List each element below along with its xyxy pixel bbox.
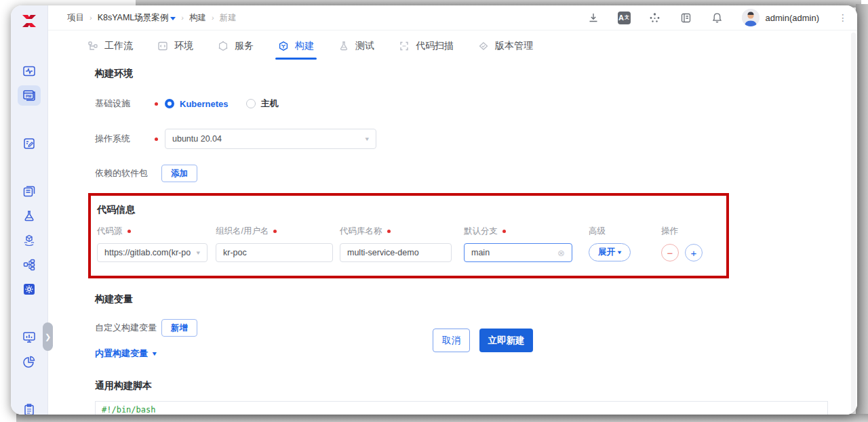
os-row: 操作系统 ubuntu 20.04 ▾ <box>95 129 857 149</box>
form-footer: 取消 立即新建 <box>433 329 533 352</box>
kebab-menu-icon[interactable]: ⋮ <box>837 12 849 23</box>
org-input[interactable]: kr-poc <box>216 243 333 262</box>
code-source-value: https://gitlab.com(kr-po <box>104 248 191 257</box>
user-avatar <box>742 9 760 26</box>
code-source-column: 代码源 https://gitlab.com(kr-po ▾ <box>97 226 208 262</box>
download-icon[interactable] <box>587 11 600 24</box>
branch-column: 默认分支 ⊗ <box>464 226 572 262</box>
sidebar-item-apps[interactable] <box>18 182 41 202</box>
user-menu[interactable]: admin(admin) <box>742 9 819 26</box>
tab-label: 环境 <box>174 40 193 52</box>
sidebar-item-statistics[interactable] <box>18 352 41 372</box>
advanced-label: 高级 <box>589 226 606 237</box>
topology-icon <box>22 258 36 272</box>
workflow-icon <box>87 41 98 51</box>
tab-label: 测试 <box>355 40 374 52</box>
custom-var-label: 自定义构建变量 <box>95 322 160 334</box>
bell-icon[interactable] <box>711 11 724 24</box>
tab-service[interactable]: 服务 <box>218 30 254 61</box>
sidebar-item-test-center[interactable] <box>18 206 41 226</box>
breadcrumb-project[interactable]: K8sYAML场景案例 <box>98 12 176 24</box>
script-editor[interactable]: #!/bin/bash set -e <box>95 401 828 415</box>
code-source-label: 代码源 <box>97 226 123 237</box>
code-source-select[interactable]: https://gitlab.com(kr-po ▾ <box>97 243 208 262</box>
sidebar: PM <box>11 5 48 415</box>
chevron-down-icon: ▾ <box>618 249 621 255</box>
add-variable-button[interactable]: 新增 <box>161 319 197 337</box>
branch-label: 默认分支 <box>464 226 498 237</box>
minus-circle-icon[interactable]: − <box>661 244 679 261</box>
sidebar-collapse-handle[interactable]: ❯ <box>43 322 53 351</box>
package-delivery-icon <box>22 234 36 247</box>
tab-environment[interactable]: 环境 <box>157 30 193 61</box>
radio-kubernetes-label: Kubernetes <box>180 99 229 109</box>
edit-document-icon <box>22 137 36 150</box>
breadcrumb-projects[interactable]: 项目 <box>67 12 84 24</box>
sidebar-item-audit[interactable] <box>18 400 41 415</box>
expand-advanced-button[interactable]: 展开 ▾ <box>589 243 631 261</box>
sidebar-item-insight[interactable] <box>18 327 41 347</box>
vertical-scrollbar[interactable] <box>851 33 856 412</box>
section-heading-build-env: 构建环境 <box>95 68 857 80</box>
sidebar-item-resources[interactable] <box>18 255 41 275</box>
section-heading-build-vars: 构建变量 <box>95 293 857 305</box>
project-pm-icon: PM <box>22 89 36 102</box>
desktop-background-bottom <box>16 414 868 422</box>
infrastructure-label: 基础设施 <box>95 98 153 110</box>
tab-build[interactable]: 构建 <box>278 30 314 61</box>
koderover-x-logo[interactable] <box>21 14 37 28</box>
settings-gear-icon <box>22 282 36 296</box>
cancel-button[interactable]: 取消 <box>433 329 470 352</box>
tab-test[interactable]: 测试 <box>338 30 374 61</box>
radio-selected-icon <box>165 99 174 108</box>
chevron-down-icon <box>170 17 176 20</box>
environment-icon <box>157 41 168 51</box>
radio-host[interactable]: 主机 <box>246 98 279 110</box>
os-label: 操作系统 <box>95 133 153 145</box>
top-bar: 项目 › K8sYAML场景案例 › 构建 › 新建 A文 <box>48 5 857 30</box>
sidebar-item-settings[interactable] <box>18 279 41 299</box>
tab-code-scan[interactable]: 代码扫描 <box>399 30 454 61</box>
tab-workflow[interactable]: 工作流 <box>87 30 133 61</box>
sidebar-item-delivery[interactable] <box>18 230 41 251</box>
plus-circle-icon[interactable]: + <box>685 244 703 261</box>
tab-label: 版本管理 <box>495 40 533 52</box>
radio-host-label: 主机 <box>261 98 279 110</box>
sidebar-item-edit[interactable] <box>18 133 41 154</box>
radio-kubernetes[interactable]: Kubernetes <box>165 99 229 109</box>
clipboard-icon <box>22 403 36 415</box>
repo-label: 代码库名称 <box>340 226 382 237</box>
monitor-chart-icon <box>22 331 36 344</box>
create-now-button[interactable]: 立即新建 <box>479 329 533 352</box>
os-select[interactable]: ubuntu 20.04 ▾ <box>165 129 376 149</box>
sidebar-item-monitor-pulse[interactable] <box>18 61 41 81</box>
build-icon <box>278 41 289 51</box>
app-window: PM <box>11 5 857 415</box>
desktop-background-right <box>856 4 868 422</box>
docs-icon[interactable] <box>679 11 693 24</box>
top-bar-actions: A文 admin(admin) <box>587 9 849 26</box>
required-dot <box>502 230 506 233</box>
nodes-icon[interactable] <box>648 11 662 24</box>
test-icon <box>338 41 349 51</box>
branch-input[interactable]: ⊗ <box>464 243 572 262</box>
breadcrumb-build[interactable]: 构建 <box>189 12 206 24</box>
required-dot <box>155 138 158 141</box>
org-label: 组织名/用户名 <box>216 226 269 237</box>
packages-label: 依赖的软件包 <box>95 167 160 180</box>
infrastructure-row: 基础设施 Kubernetes 主机 <box>95 98 857 110</box>
repo-input[interactable]: multi-service-demo <box>340 243 452 262</box>
tab-release[interactable]: 版本管理 <box>478 30 533 61</box>
add-package-button[interactable]: 添加 <box>161 165 197 182</box>
clear-icon[interactable]: ⊗ <box>557 248 565 258</box>
svg-text:PM: PM <box>26 94 32 98</box>
required-dot <box>273 230 277 233</box>
radio-unselected-icon <box>246 99 256 108</box>
org-column: 组织名/用户名 kr-poc <box>216 226 333 262</box>
branch-input-field[interactable] <box>471 248 555 257</box>
tab-label: 服务 <box>235 40 254 52</box>
operations-label: 操作 <box>661 226 678 237</box>
operations-column: 操作 − + <box>661 226 709 262</box>
translate-icon[interactable]: A文 <box>618 12 631 24</box>
sidebar-item-projects[interactable]: PM <box>18 85 41 106</box>
